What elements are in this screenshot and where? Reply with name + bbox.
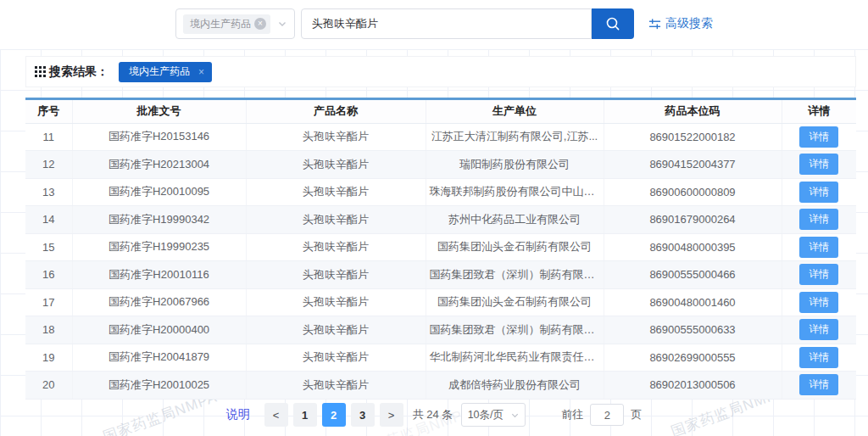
cell-manufacturer: 瑞阳制药股份有限公司 bbox=[426, 151, 604, 179]
cell-detail: 详情 bbox=[782, 372, 856, 400]
results-table-card: 序号 批准文号 产品名称 生产单位 药品本位码 详情 11国药准字H201531… bbox=[25, 98, 856, 400]
table-row: 12国药准字H20213004头孢呋辛酯片瑞阳制药股份有限公司869041520… bbox=[25, 151, 856, 179]
results-filter-tag[interactable]: 境内生产药品 × bbox=[119, 62, 212, 82]
detail-button[interactable]: 详情 bbox=[799, 374, 838, 395]
cell-detail: 详情 bbox=[782, 344, 856, 372]
cell-detail: 详情 bbox=[782, 316, 856, 344]
table-row: 14国药准字H19990342头孢呋辛酯片苏州中化药品工业有限公司8690167… bbox=[25, 206, 856, 234]
page-button-3[interactable]: 3 bbox=[351, 403, 375, 427]
search-button[interactable] bbox=[592, 8, 634, 39]
cell-manufacturer: 苏州中化药品工业有限公司 bbox=[426, 206, 604, 234]
table-body: 11国药准字H20153146头孢呋辛酯片江苏正大清江制药有限公司,江苏...8… bbox=[25, 123, 856, 399]
table-row: 13国药准字H20010095头孢呋辛酯片珠海联邦制药股份有限公司中山分...8… bbox=[25, 178, 856, 206]
cell-product: 头孢呋辛酯片 bbox=[246, 151, 426, 179]
goto-page-input[interactable] bbox=[590, 404, 624, 426]
category-tag: 境内生产药品 × bbox=[183, 14, 270, 34]
table-row: 11国药准字H20153146头孢呋辛酯片江苏正大清江制药有限公司,江苏...8… bbox=[25, 123, 856, 151]
advanced-search-link[interactable]: 高级搜索 bbox=[648, 8, 713, 39]
content-area: 国家药监局NMPA 国家药监局NMPA 国家药监局NMPA 搜索结果： 境内生产… bbox=[0, 49, 868, 436]
table-row: 17国药准字H20067966头孢呋辛酯片国药集团汕头金石制药有限公司86900… bbox=[25, 288, 856, 316]
cell-product: 头孢呋辛酯片 bbox=[246, 206, 426, 234]
filter-sliders-icon bbox=[648, 18, 661, 31]
cell-seq: 18 bbox=[25, 316, 72, 344]
table-header-row: 序号 批准文号 产品名称 生产单位 药品本位码 详情 bbox=[25, 100, 856, 123]
column-header-approval: 批准文号 bbox=[72, 100, 246, 123]
column-header-product: 产品名称 bbox=[246, 100, 426, 123]
detail-button[interactable]: 详情 bbox=[799, 347, 838, 368]
page-size-select[interactable]: 10条/页 bbox=[461, 403, 526, 427]
top-search-bar: 境内生产药品 × 高级搜索 bbox=[0, 0, 868, 49]
search-icon bbox=[604, 15, 621, 32]
cell-manufacturer: 国药集团汕头金石制药有限公司 bbox=[426, 233, 604, 261]
detail-button[interactable]: 详情 bbox=[799, 264, 838, 285]
column-header-code: 药品本位码 bbox=[604, 100, 782, 123]
detail-button[interactable]: 详情 bbox=[799, 292, 838, 313]
cell-product: 头孢呋辛酯片 bbox=[246, 233, 426, 261]
cell-detail: 详情 bbox=[782, 261, 856, 289]
cell-manufacturer: 成都倍特药业股份有限公司 bbox=[426, 372, 604, 400]
cell-product: 头孢呋辛酯片 bbox=[246, 261, 426, 289]
cell-code: 86902013000506 bbox=[604, 372, 782, 400]
cell-manufacturer: 国药集团致君（深圳）制药有限公... bbox=[426, 316, 604, 344]
cell-manufacturer: 国药集团汕头金石制药有限公司 bbox=[426, 288, 604, 316]
cell-code: 86901522000182 bbox=[604, 123, 782, 151]
cell-seq: 15 bbox=[25, 233, 72, 261]
cell-approval: 国药准字H20041879 bbox=[72, 344, 246, 372]
detail-button[interactable]: 详情 bbox=[799, 319, 838, 340]
cell-approval: 国药准字H20153146 bbox=[72, 123, 246, 151]
advanced-search-label: 高级搜索 bbox=[665, 16, 713, 31]
cell-manufacturer: 国药集团致君（深圳）制药有限公... bbox=[426, 261, 604, 289]
cell-manufacturer: 江苏正大清江制药有限公司,江苏... bbox=[426, 123, 604, 151]
category-tag-close-icon[interactable]: × bbox=[254, 18, 266, 30]
cell-manufacturer: 华北制药河北华民药业有限责任公... bbox=[426, 344, 604, 372]
cell-detail: 详情 bbox=[782, 151, 856, 179]
results-table: 序号 批准文号 产品名称 生产单位 药品本位码 详情 11国药准字H201531… bbox=[25, 100, 856, 400]
cell-seq: 12 bbox=[25, 151, 72, 179]
cell-manufacturer: 珠海联邦制药股份有限公司中山分... bbox=[426, 178, 604, 206]
cell-detail: 详情 bbox=[782, 288, 856, 316]
category-tag-label: 境内生产药品 bbox=[190, 17, 251, 31]
goto-page-group: 前往 页 bbox=[561, 404, 642, 426]
column-header-manufacturer: 生产单位 bbox=[426, 100, 604, 123]
page-button-1[interactable]: 1 bbox=[293, 403, 317, 427]
detail-button[interactable]: 详情 bbox=[799, 126, 838, 148]
search-input[interactable] bbox=[301, 8, 592, 39]
prev-page-button[interactable]: < bbox=[264, 403, 288, 427]
detail-button[interactable]: 详情 bbox=[799, 182, 838, 203]
cell-product: 头孢呋辛酯片 bbox=[246, 372, 426, 400]
cell-detail: 详情 bbox=[782, 233, 856, 261]
cell-seq: 16 bbox=[25, 261, 72, 289]
cell-approval: 国药准字H20010116 bbox=[72, 261, 246, 289]
cell-approval: 国药准字H20000400 bbox=[72, 316, 246, 344]
table-row: 18国药准字H20000400头孢呋辛酯片国药集团致君（深圳）制药有限公...8… bbox=[25, 316, 856, 344]
note-link[interactable]: 说明 bbox=[226, 407, 250, 422]
detail-button[interactable]: 详情 bbox=[799, 237, 838, 258]
cell-code: 86902699000555 bbox=[604, 344, 782, 372]
cell-product: 头孢呋辛酯片 bbox=[246, 178, 426, 206]
cell-product: 头孢呋辛酯片 bbox=[246, 288, 426, 316]
cell-code: 86900480001460 bbox=[604, 288, 782, 316]
cell-code: 86901679000264 bbox=[604, 206, 782, 234]
next-page-button[interactable]: > bbox=[380, 403, 403, 427]
cell-detail: 详情 bbox=[782, 123, 856, 151]
table-row: 20国药准字H20010025头孢呋辛酯片成都倍特药业股份有限公司8690201… bbox=[25, 372, 856, 400]
page-size-value: 10条/页 bbox=[468, 408, 504, 422]
column-header-seq: 序号 bbox=[25, 100, 72, 123]
cell-approval: 国药准字H19990342 bbox=[72, 206, 246, 234]
cell-seq: 11 bbox=[25, 123, 72, 151]
cell-product: 头孢呋辛酯片 bbox=[246, 344, 426, 372]
page-button-2-active[interactable]: 2 bbox=[322, 403, 346, 427]
cell-code: 86900555000633 bbox=[604, 316, 782, 344]
cell-approval: 国药准字H20010025 bbox=[72, 372, 246, 400]
search-category-select[interactable]: 境内生产药品 × bbox=[175, 8, 295, 39]
tag-close-icon[interactable]: × bbox=[198, 66, 204, 78]
detail-button[interactable]: 详情 bbox=[799, 209, 838, 230]
results-label: 搜索结果： bbox=[35, 64, 108, 80]
total-count-text: 共 24 条 bbox=[413, 407, 453, 422]
goto-suffix-label: 页 bbox=[631, 407, 642, 422]
goto-prefix-label: 前往 bbox=[561, 407, 583, 422]
cell-seq: 14 bbox=[25, 206, 72, 234]
cell-seq: 17 bbox=[25, 288, 72, 316]
cell-code: 86900480000395 bbox=[604, 233, 782, 261]
detail-button[interactable]: 详情 bbox=[799, 154, 838, 175]
